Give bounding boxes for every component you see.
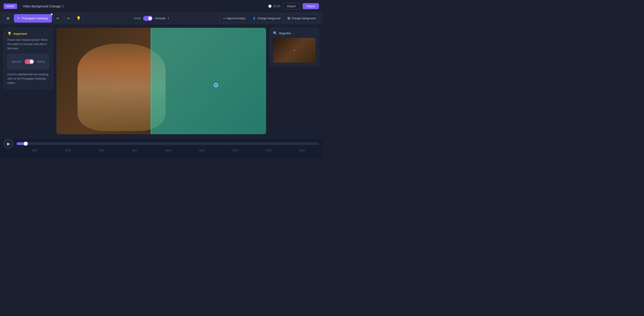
undo-icon: ↩	[56, 16, 59, 21]
timeline-track[interactable]	[16, 142, 319, 145]
toolbar: ⊞ ↻ Propagate maskings ↩ ↪ 💡 Mask Unmask…	[0, 13, 322, 24]
play-button[interactable]: ▶	[4, 139, 14, 149]
mask-label: Mask	[134, 17, 141, 20]
unmask-label: Unmask	[155, 17, 166, 20]
play-icon: ▶	[7, 142, 10, 146]
timeline: ▶ 00:00 00:00 00:01 00:01 00:02 00:02 00…	[0, 138, 322, 158]
undo-button[interactable]: ↩	[54, 14, 62, 23]
info-text-2: If you're satisfied with the masking, cl…	[8, 72, 49, 85]
time-markers: 00:00 00:00 00:01 00:01 00:02 00:02 00:0…	[18, 149, 319, 152]
adjust-boundary-button[interactable]: ≡ Adjust boundary	[220, 14, 249, 23]
magnifier-card: 🔍 Magnifier	[270, 28, 319, 66]
propagate-button[interactable]: ↻ Propagate maskings	[14, 14, 52, 23]
info-card: 💡 Important Found over-masked areas? Mov…	[4, 28, 53, 89]
magnifier-cursor-dot	[294, 50, 295, 51]
time-marker-8: 00:04	[286, 149, 319, 152]
time-marker-1: 00:00	[51, 149, 85, 152]
logo-mark: VIDIO	[4, 4, 17, 9]
mini-demo-left-text: kground	[12, 60, 22, 63]
time-marker-4: 00:02	[152, 149, 185, 152]
bulb-icon: 💡	[76, 16, 81, 21]
title-info-icon[interactable]: ℹ	[62, 5, 64, 8]
mask-cursor-dot	[214, 83, 218, 87]
app-header: VIDIO Video Background Changer ℹ 🕐 59:26…	[0, 0, 322, 13]
video-canvas[interactable]	[56, 28, 266, 134]
time-marker-5: 00:02	[185, 149, 218, 152]
app-title: Video Background Changer ℹ	[22, 5, 64, 8]
mini-demo-right-text: Backg	[37, 60, 44, 63]
time-marker-7: 00:03	[252, 149, 286, 152]
time-marker-0: 00:00	[18, 149, 51, 152]
magnifier-title: Magnifier	[279, 32, 291, 35]
timer-display: 🕐 59:26	[268, 5, 280, 8]
teal-mask-overlay	[151, 28, 266, 134]
timeline-ruler: 00:00 00:00 00:01 00:01 00:02 00:02 00:0…	[0, 149, 322, 156]
light-bulb-button[interactable]: 💡	[74, 14, 83, 23]
unmask-info-icon[interactable]: ℹ	[168, 17, 169, 20]
timeline-thumb[interactable]	[24, 142, 28, 146]
bulb-icon: 💡	[8, 32, 12, 36]
magnifier-icon: 🔍	[273, 31, 277, 35]
propagate-notification-dot	[51, 14, 53, 15]
export-button[interactable]: Export	[283, 3, 300, 10]
magnifier-view	[273, 38, 316, 63]
important-label: Important	[14, 32, 27, 36]
clock-icon: 🕐	[268, 5, 272, 8]
header-divider	[20, 4, 20, 9]
video-area[interactable]	[56, 28, 266, 134]
time-marker-6: 00:03	[218, 149, 252, 152]
person-icon: 👤	[252, 17, 256, 20]
mask-toggle[interactable]	[143, 16, 152, 21]
time-marker-2: 00:01	[85, 149, 118, 152]
mini-demo: kground Backg	[8, 54, 49, 69]
mask-controls: Mask Unmask ℹ	[134, 16, 169, 21]
panel-buttons: ≡ Adjust boundary 👤 Change foreground 🖼 …	[220, 14, 319, 23]
magnifier-panel: 🔍 Magnifier	[270, 28, 319, 134]
image-icon: 🖼	[288, 17, 290, 20]
propagate-icon: ↻	[18, 17, 20, 20]
change-background-button[interactable]: 🖼 Change background	[284, 14, 319, 23]
change-foreground-button[interactable]: 👤 Change foreground	[249, 14, 284, 23]
import-button[interactable]: Import	[302, 3, 319, 9]
info-text-1: Found over-masked areas? Move the switch…	[8, 38, 49, 51]
toolbar-left: ⊞ ↻ Propagate maskings ↩ ↪ 💡	[4, 14, 83, 23]
header-actions: 🕐 59:26 Export Import	[268, 3, 319, 10]
adjust-icon: ≡	[223, 17, 225, 20]
time-marker-3: 00:01	[118, 149, 152, 152]
timeline-controls: ▶	[0, 138, 322, 149]
layers-button[interactable]: ⊞	[4, 14, 12, 23]
main-content: 💡 Important Found over-masked areas? Mov…	[0, 24, 322, 138]
info-panel: 💡 Important Found over-masked areas? Mov…	[4, 28, 53, 134]
info-card-header: 💡 Important	[8, 32, 49, 36]
mini-toggle[interactable]	[25, 59, 34, 64]
redo-button[interactable]: ↪	[64, 14, 72, 23]
layers-icon: ⊞	[6, 16, 10, 21]
magnifier-inner	[273, 38, 316, 63]
magnifier-header: 🔍 Magnifier	[273, 31, 316, 35]
redo-icon: ↪	[67, 16, 70, 21]
logo: VIDIO	[4, 4, 17, 9]
